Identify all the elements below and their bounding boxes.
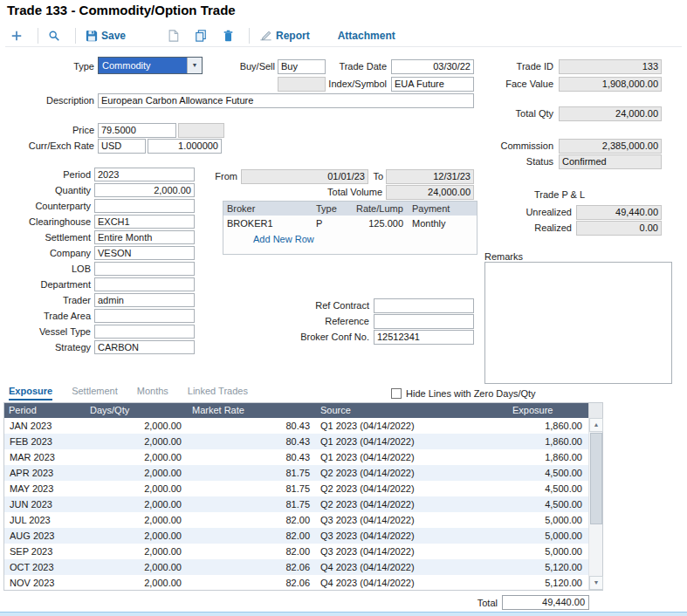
search-button[interactable] [43,28,65,44]
total-qty-label: Total Qty [471,108,553,120]
cell-exposure: 1,860.00 [508,449,588,465]
source-col-header[interactable]: Source [316,403,508,418]
field-department[interactable] [94,277,195,291]
reference-field[interactable] [374,314,474,329]
cell-days-qty: 2,000.00 [86,559,188,575]
tab-exposure[interactable]: Exposure [9,386,52,400]
table-row[interactable]: MAY 2023 2,000.00 81.75 Q2 2023 (04/14/2… [4,481,588,496]
field-label: Trader [7,295,94,305]
table-row[interactable]: SEP 2023 2,000.00 82.00 Q3 2023 (04/14/2… [4,544,588,559]
exposure-table-body: JAN 2023 2,000.00 80.43 Q1 2023 (04/14/2… [4,418,588,590]
table-row[interactable]: JUL 2023 2,000.00 82.00 Q3 2023 (04/14/2… [4,512,588,528]
field-settlement[interactable]: Entire Month [94,230,195,244]
price-field[interactable]: 79.5000 [98,123,176,138]
cell-market-rate: 82.06 [188,559,316,575]
cell-source: Q3 2023 (04/14/2022) [316,528,508,544]
table-row[interactable]: APR 2023 2,000.00 81.75 Q2 2023 (04/14/2… [4,465,588,481]
hide-zero-lines-checkbox[interactable] [391,388,402,399]
cell-market-rate: 80.43 [188,434,316,449]
tab-settlement[interactable]: Settlement [72,386,118,400]
table-scrollbar[interactable]: ▲ ▼ [588,418,602,590]
cell-source: Q4 2023 (04/14/2022) [316,575,508,590]
delete-button[interactable] [217,28,239,44]
rate-lump-col-header: Rate/Lump [353,202,409,216]
attachment-button[interactable]: Attachment [333,28,401,44]
report-button[interactable]: Report [254,28,315,44]
field-period[interactable]: 2023 [94,168,195,181]
market-rate-col-header[interactable]: Market Rate [188,403,316,418]
table-row[interactable]: JUN 2023 2,000.00 81.75 Q2 2023 (04/14/2… [4,496,588,512]
field-vessel-type[interactable] [94,325,195,339]
cell-source: Q2 2023 (04/14/2022) [316,465,508,481]
scroll-down-icon[interactable]: ▼ [589,576,603,590]
period-col-header[interactable]: Period [4,403,86,418]
type-dropdown[interactable]: Commodity ▼ [98,57,203,74]
cell-period: MAR 2023 [4,449,86,465]
field-quantity[interactable]: 2,000.00 [94,183,195,197]
tab-bar: ExposureSettlementMonthsLinked Trades [9,386,248,400]
symbol-field[interactable]: EUA Future [391,77,474,92]
status-label: Status [471,156,553,168]
table-row[interactable]: NOV 2023 2,000.00 82.06 Q4 2023 (04/14/2… [4,575,588,590]
to-label: To [371,171,383,182]
buy-sell-label: Buy/Sell [214,61,275,72]
exposure-table: Period Days/Qty Market Rate Source Expos… [3,402,603,591]
days-qty-col-header[interactable]: Days/Qty [86,403,188,418]
trade-id-label: Trade ID [471,61,553,72]
field-strategy[interactable]: CARBON [94,340,195,354]
table-row[interactable]: MAR 2023 2,000.00 80.43 Q1 2023 (04/14/2… [4,449,588,465]
table-row[interactable]: AUG 2023 2,000.00 82.00 Q3 2023 (04/14/2… [4,528,588,544]
cell-period: JAN 2023 [4,418,86,434]
table-row[interactable]: FEB 2023 2,000.00 80.43 Q1 2023 (04/14/2… [4,434,588,449]
cell-exposure: 4,500.00 [508,481,588,496]
broker-conf-no-field[interactable]: 12512341 [374,330,474,345]
ref-contract-field[interactable] [374,298,474,313]
scroll-up-icon[interactable]: ▲ [589,418,603,432]
attachment-label: Attachment [338,30,395,42]
field-trader[interactable]: admin [94,293,195,307]
currency-field[interactable]: USD [98,139,146,154]
total-volume-field: 24,000.00 [386,185,474,200]
scrollbar-thumb[interactable] [590,433,602,524]
buy-sell-field[interactable]: Buy [278,59,326,74]
broker-payment-cell: Monthly [409,216,477,231]
tab-linked-trades[interactable]: Linked Trades [188,386,248,400]
remarks-textarea[interactable] [484,262,672,384]
cell-days-qty: 2,000.00 [86,434,188,449]
cell-market-rate: 80.43 [188,449,316,465]
save-button[interactable]: Save [80,28,131,44]
form-row: Counterparty [7,198,203,214]
form-row: LOB [7,261,203,277]
trade-date-field[interactable]: 03/30/22 [391,59,474,74]
add-new-row-link[interactable]: Add New Row [223,231,477,247]
description-field[interactable]: European Carbon Allowance Future [98,93,474,108]
cell-period: OCT 2023 [4,559,86,575]
field-clearinghouse[interactable]: EXCH1 [94,215,195,229]
field-lob[interactable] [94,262,195,276]
table-row[interactable]: JAN 2023 2,000.00 80.43 Q1 2023 (04/14/2… [4,418,588,434]
cell-source: Q1 2023 (04/14/2022) [316,434,508,449]
field-label: Quantity [7,185,94,195]
field-label: Period [7,169,94,180]
copy-button[interactable] [189,28,212,44]
exch-rate-field[interactable]: 1.000000 [148,139,222,154]
new-document-button[interactable] [162,28,184,44]
new-trade-button[interactable] [5,28,28,44]
tab-months[interactable]: Months [137,386,168,400]
cell-period: APR 2023 [4,465,86,481]
exposure-col-header[interactable]: Exposure [508,403,588,418]
cell-source: Q3 2023 (04/14/2022) [316,512,508,528]
broker-row[interactable]: BROKER1 P 125.000 Monthly [223,216,477,231]
field-counterparty[interactable] [94,199,195,213]
total-exposure-field: 49,440.00 [502,595,589,610]
field-label: LOB [7,264,94,274]
cell-source: Q1 2023 (04/14/2022) [316,418,508,434]
table-row[interactable]: OCT 2023 2,000.00 82.06 Q4 2023 (04/14/2… [4,559,588,575]
form-row: Trader admin [7,292,203,308]
exposure-table-header: Period Days/Qty Market Rate Source Expos… [4,403,602,418]
field-trade-area[interactable] [94,309,195,323]
form-row: Clearinghouse EXCH1 [7,214,203,229]
search-icon [48,30,60,42]
field-company[interactable]: VESON [94,246,195,260]
broker-rate-cell: 125.000 [353,216,409,231]
